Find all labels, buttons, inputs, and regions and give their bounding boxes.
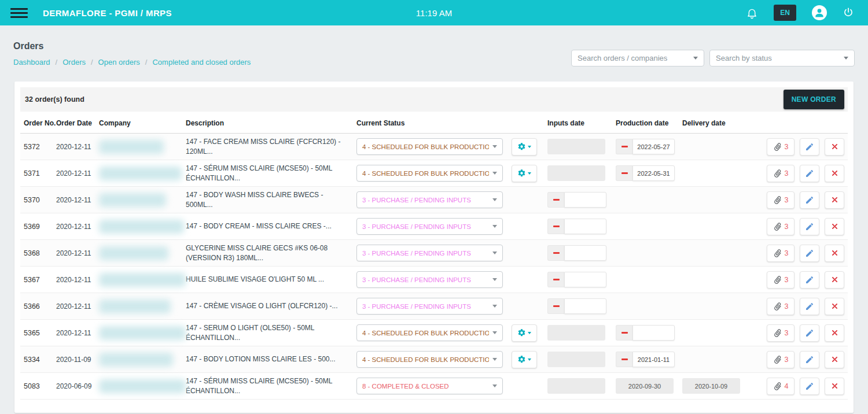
delivery-date-input-disabled (682, 378, 740, 394)
attachments-button[interactable]: 3 (767, 245, 795, 262)
delete-order-button[interactable] (825, 245, 844, 262)
current-status-select[interactable]: 3 - PURCHASE / PENDING INPUTS (356, 245, 503, 261)
current-status-select[interactable]: 4 - SCHEDULED FOR BULK PRODUCTION (356, 351, 503, 368)
minus-icon (553, 305, 560, 307)
current-status-select[interactable]: 8 - COMPLETED & CLOSED (356, 378, 503, 394)
delete-order-button[interactable] (825, 351, 844, 368)
account-button[interactable] (812, 5, 827, 20)
status-cell: 4 - SCHEDULED FOR BULK PRODUCTION (356, 138, 512, 155)
production-settings-button[interactable] (512, 324, 537, 342)
clear-production-date-button[interactable] (616, 325, 632, 341)
breadcrumb-link[interactable]: Completed and closed orders (152, 58, 251, 66)
production-date-input[interactable] (632, 352, 675, 367)
search-orders-select[interactable]: Search orders / companies (571, 50, 704, 66)
edit-order-button[interactable] (800, 165, 819, 182)
attachment-count: 3 (785, 249, 789, 257)
delete-order-button[interactable] (825, 271, 844, 289)
edit-order-button[interactable] (800, 138, 819, 156)
company-cell (99, 167, 186, 180)
status-cell: 3 - PURCHASE / PENDING INPUTS (356, 245, 512, 261)
production-settings-button[interactable] (512, 165, 537, 182)
edit-order-button[interactable] (800, 271, 819, 289)
current-status-select[interactable]: 3 - PURCHASE / PENDING INPUTS (356, 218, 503, 235)
edit-order-button[interactable] (800, 351, 819, 368)
chevron-down-icon (528, 172, 531, 175)
production-date-input[interactable] (632, 325, 675, 341)
attachments-button[interactable]: 3 (767, 271, 795, 289)
edit-order-button[interactable] (800, 191, 819, 209)
inputs-date-input[interactable] (564, 245, 606, 261)
current-status-select[interactable]: 3 - PURCHASE / PENDING INPUTS (356, 298, 503, 315)
attachments-button[interactable]: 3 (767, 351, 795, 368)
new-order-button[interactable]: NEW ORDER (784, 90, 844, 109)
current-status-select[interactable]: 4 - SCHEDULED FOR BULK PRODUCTION (356, 165, 503, 182)
inputs-date-group (547, 245, 606, 261)
breadcrumb-link[interactable]: Orders (62, 58, 86, 66)
delete-order-button[interactable] (825, 378, 844, 395)
edit-order-button[interactable] (800, 245, 819, 262)
production-settings-button[interactable] (512, 351, 537, 368)
attachments-button[interactable]: 3 (767, 298, 795, 315)
clear-inputs-date-button[interactable] (547, 272, 564, 287)
production-date-input[interactable] (632, 139, 675, 154)
inputs-date-cell (543, 378, 608, 394)
inputs-date-input[interactable] (564, 192, 606, 208)
logout-button[interactable] (843, 7, 854, 19)
close-icon (830, 249, 839, 257)
edit-order-button[interactable] (800, 324, 819, 342)
attachments-button[interactable]: 3 (767, 324, 795, 342)
notifications-button[interactable] (746, 7, 758, 19)
delete-order-button[interactable] (825, 324, 844, 342)
chevron-down-icon (528, 146, 531, 148)
delete-order-button[interactable] (825, 138, 844, 156)
delete-order-button[interactable] (825, 165, 844, 182)
production-date-input[interactable] (632, 165, 675, 181)
language-selector[interactable]: EN (774, 5, 796, 21)
clear-inputs-date-button[interactable] (547, 192, 564, 208)
inputs-date-input[interactable] (564, 298, 606, 314)
clear-inputs-date-button[interactable] (547, 219, 564, 234)
clear-inputs-date-button[interactable] (547, 245, 564, 261)
breadcrumb-link[interactable]: Dashboard (13, 58, 50, 66)
menu-hamburger-icon[interactable] (10, 8, 28, 18)
table-row: 53702020-12-11147 - BODY WASH MISS CLAIR… (20, 187, 848, 213)
attachments-button[interactable]: 3 (767, 191, 795, 209)
clear-production-date-button[interactable] (616, 165, 632, 181)
paperclip-icon (773, 142, 782, 151)
edit-order-button[interactable] (800, 218, 819, 235)
attachments-button[interactable]: 3 (767, 165, 795, 182)
clear-production-date-button[interactable] (616, 352, 632, 367)
column-header: Inputs date (543, 119, 608, 127)
attachments-button[interactable]: 3 (767, 218, 795, 235)
status-cell: 3 - PURCHASE / PENDING INPUTS (356, 298, 512, 315)
order-description: 147 - BODY CREAM - MISS CLAIRE CRES -... (186, 221, 356, 231)
actions-cell: 3 (741, 245, 844, 262)
production-settings-button[interactable] (512, 138, 537, 156)
status-cell: 3 - PURCHASE / PENDING INPUTS (356, 191, 512, 208)
edit-order-button[interactable] (800, 378, 819, 395)
inputs-date-input[interactable] (564, 219, 606, 234)
clear-production-date-button[interactable] (616, 139, 632, 154)
delete-order-button[interactable] (825, 298, 844, 315)
status-label: 3 - PURCHASE / PENDING INPUTS (362, 197, 471, 204)
actions-cell: 3 (741, 351, 844, 368)
breadcrumb-link[interactable]: Open orders (98, 58, 140, 66)
inputs-date-group (547, 272, 606, 287)
delete-order-button[interactable] (825, 191, 844, 209)
edit-order-button[interactable] (800, 298, 819, 315)
inputs-date-input[interactable] (564, 272, 606, 287)
chevron-down-icon (492, 225, 497, 228)
attachments-button[interactable]: 3 (767, 138, 795, 156)
attachments-button[interactable]: 4 (767, 378, 795, 395)
current-status-select[interactable]: 4 - SCHEDULED FOR BULK PRODUCTION (356, 138, 503, 155)
delete-order-button[interactable] (825, 218, 844, 235)
close-icon (830, 142, 839, 151)
current-status-select[interactable]: 3 - PURCHASE / PENDING INPUTS (356, 271, 503, 288)
search-filters: Search orders / companies Search by stat… (571, 50, 855, 66)
table-row: 53662020-12-11147 - CRÈME VISAGE O LIGHT… (20, 293, 848, 320)
company-cell (99, 353, 186, 367)
current-status-select[interactable]: 3 - PURCHASE / PENDING INPUTS (356, 191, 503, 208)
clear-inputs-date-button[interactable] (547, 298, 564, 314)
search-status-select[interactable]: Search by status (709, 50, 855, 66)
current-status-select[interactable]: 4 - SCHEDULED FOR BULK PRODUCTION (356, 324, 503, 341)
